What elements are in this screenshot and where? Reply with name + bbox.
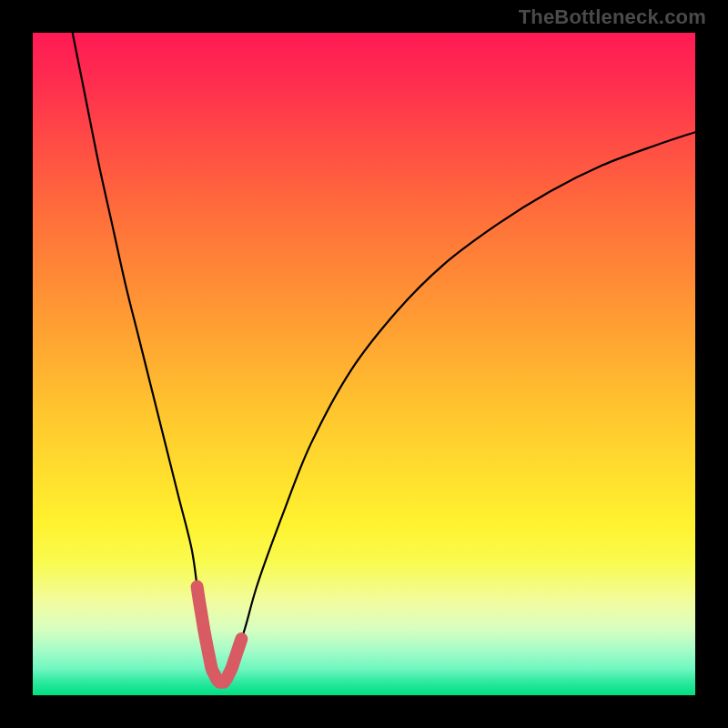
chart-svg — [33, 33, 695, 695]
valley-marker — [197, 587, 242, 682]
outer-frame: TheBottleneck.com — [0, 0, 728, 728]
plot-area — [33, 33, 695, 695]
bottleneck-curve — [73, 33, 695, 683]
watermark-text: TheBottleneck.com — [519, 5, 706, 29]
